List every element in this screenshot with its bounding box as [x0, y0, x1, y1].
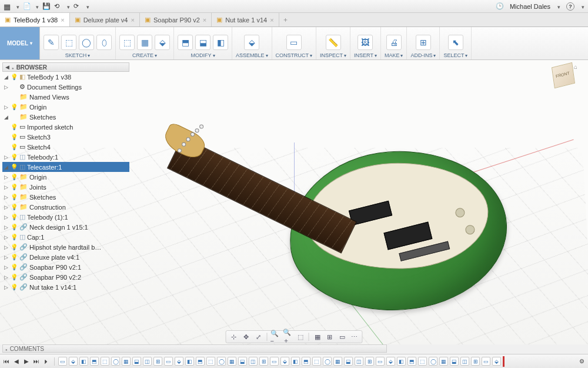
timeline-feature[interactable]: ⬙ [175, 357, 183, 366]
timeline-feature[interactable]: ▭ [482, 357, 490, 366]
timeline-feature[interactable]: ▭ [376, 357, 385, 366]
tree-node[interactable]: ▷💡🔗Soapbar P90 v2:1 [2, 262, 129, 272]
lightbulb-icon[interactable]: 💡 [11, 194, 18, 200]
user-caret[interactable] [556, 3, 560, 10]
expand-icon[interactable]: ▷ [4, 264, 9, 270]
expand-icon[interactable]: ▷ [4, 174, 9, 180]
expand-icon[interactable]: ▷ [4, 234, 9, 240]
ribbon-tool-icon[interactable]: ◯ [79, 35, 94, 50]
close-icon[interactable]: × [61, 16, 64, 24]
view-tool-icon[interactable]: ⊹ [229, 332, 239, 342]
timeline-feature[interactable]: ▭ [270, 357, 279, 366]
tree-node[interactable]: ▷💡🔗Neck design 1 v15:1 [2, 222, 129, 232]
timeline-feature[interactable]: ⬚ [101, 357, 109, 366]
tree-node[interactable]: ▷💡◫Telebody:1 [2, 152, 129, 162]
timeline-feature[interactable]: ▭ [164, 357, 173, 366]
timeline-feature[interactable]: ⬓ [344, 357, 353, 366]
close-icon[interactable]: × [203, 16, 206, 24]
view-tool-icon[interactable]: ✥ [241, 332, 252, 342]
view-cube-face[interactable]: FRONT [552, 62, 575, 88]
apps-caret[interactable] [15, 3, 19, 10]
ribbon-group-label[interactable]: ASSEMBLE [236, 52, 268, 58]
timeline-feature[interactable]: ⬒ [407, 357, 416, 366]
ribbon-tool-icon[interactable]: ◧ [213, 35, 228, 50]
timeline-feature[interactable]: ◯ [111, 357, 120, 366]
lightbulb-icon[interactable]: 💡 [11, 164, 18, 170]
doc-tab[interactable]: ▣TeleBody 1 v38× [0, 13, 70, 26]
help-icon[interactable] [566, 2, 574, 11]
timeline-transport-button[interactable]: ⏭ [32, 357, 41, 366]
ribbon-group-label[interactable]: INSPECT [320, 52, 346, 58]
timeline-feature[interactable]: ◯ [217, 357, 226, 366]
timeline-feature[interactable]: ▭ [58, 357, 67, 366]
view-cube[interactable]: ⌂ FRONT [553, 65, 580, 92]
timeline-transport-button[interactable]: ◀ [12, 357, 21, 366]
view-tool-icon[interactable]: ⋯ [349, 332, 360, 342]
timeline-feature[interactable]: ◧ [79, 357, 88, 366]
ribbon-group-label[interactable]: INSERT [354, 52, 377, 58]
doc-tab[interactable]: ▣Soapbar P90 v2× [140, 13, 212, 26]
close-icon[interactable]: × [131, 16, 134, 24]
tree-node[interactable]: ▷💡📁Joints [2, 182, 129, 192]
lightbulb-icon[interactable]: 💡 [11, 134, 18, 140]
timeline-feature[interactable]: ⊞ [259, 357, 268, 366]
tree-node[interactable]: ▷💡◫Cap:1 [2, 232, 129, 242]
save-icon[interactable] [42, 2, 51, 11]
expand-icon[interactable]: ▷ [4, 214, 9, 220]
timeline-feature[interactable]: ◫ [249, 357, 258, 366]
comments-bar[interactable]: COMMENTS [2, 344, 387, 353]
lightbulb-icon[interactable]: 💡 [11, 74, 18, 80]
redo-icon[interactable] [74, 2, 82, 11]
timeline-feature[interactable]: ◫ [460, 357, 469, 366]
ribbon-tool-icon[interactable]: ⊞ [416, 35, 431, 50]
file-icon[interactable] [23, 2, 31, 11]
expand-icon[interactable]: ▷ [4, 184, 9, 190]
timeline-feature[interactable]: ◫ [143, 357, 152, 366]
timeline-feature[interactable]: ▦ [333, 357, 342, 366]
view-tool-icon[interactable]: 🔍− [270, 332, 281, 342]
timeline-feature[interactable]: ⊞ [471, 357, 480, 366]
doc-tab[interactable]: ▣Nut take 1 v14× [212, 13, 279, 26]
browser-header[interactable]: ◀ BROWSER [2, 62, 129, 72]
ribbon-tool-icon[interactable]: ⬙ [244, 35, 259, 50]
timeline-feature[interactable]: ⬓ [450, 357, 459, 366]
file-caret[interactable] [35, 3, 39, 10]
clock-icon[interactable] [496, 2, 504, 11]
new-tab-button[interactable]: ＋ [279, 13, 292, 26]
undo-caret[interactable] [66, 3, 70, 10]
view-tool-icon[interactable]: ▭ [337, 332, 348, 342]
ribbon-tool-icon[interactable]: ⬒ [178, 35, 193, 50]
close-icon[interactable]: × [270, 16, 273, 24]
view-tool-icon[interactable]: 🔍＋ [283, 332, 293, 342]
lightbulb-icon[interactable]: 💡 [11, 184, 18, 190]
timeline-feature[interactable]: ⬓ [132, 357, 141, 366]
timeline-feature[interactable]: ◯ [429, 357, 437, 366]
timeline-feature[interactable]: ⊞ [153, 357, 162, 366]
undo-icon[interactable] [54, 2, 62, 11]
timeline-feature[interactable]: ⬒ [90, 357, 99, 366]
timeline-feature[interactable]: ▦ [228, 357, 236, 366]
view-tool-icon[interactable]: ▦ [312, 332, 323, 342]
tree-node[interactable]: ◢💡📁Sketches [2, 112, 129, 122]
lightbulb-icon[interactable]: 💡 [11, 204, 18, 210]
expand-icon[interactable]: ▷ [4, 284, 9, 290]
ribbon-tool-icon[interactable]: 📏 [326, 35, 341, 50]
expand-icon[interactable]: ▷ [4, 194, 9, 200]
expand-icon[interactable]: ▷ [4, 204, 9, 210]
expand-icon[interactable]: ▷ [4, 254, 9, 260]
timeline-feature[interactable]: ⬙ [280, 357, 289, 366]
tree-node[interactable]: 💡▭Imported sketch [2, 122, 129, 132]
expand-icon[interactable]: ▷ [4, 224, 9, 230]
timeline-feature[interactable]: ⬙ [492, 357, 501, 366]
ribbon-tool-icon[interactable]: ▦ [137, 35, 152, 50]
timeline-feature[interactable]: ⬒ [302, 357, 310, 366]
lightbulb-icon[interactable]: 💡 [11, 224, 18, 230]
timeline-feature[interactable]: ▦ [122, 357, 131, 366]
redo-caret[interactable] [85, 3, 89, 10]
tree-node[interactable]: ▷💡🔗Soapbar P90 v2:2 [2, 272, 129, 282]
lightbulb-icon[interactable]: 💡 [11, 124, 18, 130]
workspace-switcher[interactable]: MODEL▾ [0, 27, 40, 59]
ribbon-tool-icon[interactable]: 🖨 [386, 35, 402, 50]
ribbon-group-label[interactable]: MODIFY [191, 52, 215, 58]
tree-node[interactable]: ▷💡📁Sketches [2, 192, 129, 202]
